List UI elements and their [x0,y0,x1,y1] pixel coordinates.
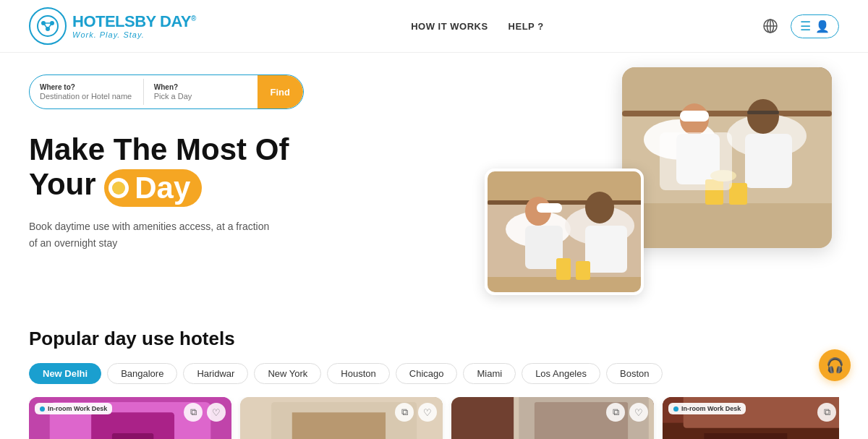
language-button[interactable] [759,14,782,38]
card-actions-1: ⧉ ♡ [184,403,226,422]
where-label: Where to? [40,83,133,91]
city-tab-houston[interactable]: Houston [327,363,389,384]
svg-rect-35 [585,226,627,273]
hotel-cards: In-room Work Desk ⧉ ♡ [29,397,839,439]
svg-rect-32 [537,203,562,213]
sun-icon [109,178,129,198]
svg-rect-20 [747,111,779,114]
city-tab-new-york[interactable]: New York [254,363,321,384]
support-button[interactable]: 🎧 [819,349,851,381]
headset-icon: 🎧 [826,357,844,374]
city-tab-bangalore[interactable]: Bangalore [107,363,177,384]
day-text: Day [135,171,190,205]
card-actions-2: ⧉ ♡ [395,403,437,422]
card-share-btn-3[interactable]: ⧉ [606,403,625,422]
card-heart-btn-3[interactable]: ♡ [629,403,648,422]
city-tab-chicago[interactable]: Chicago [396,363,458,384]
hero-left: Where to? When? Find Make The Most Of Yo… [29,67,420,251]
svg-rect-45 [292,412,386,439]
logo-hotels: HOTELS [72,12,135,30]
card-actions-4: ⧉ ♡ [817,403,839,422]
card-heart-btn-1[interactable]: ♡ [207,403,226,422]
svg-rect-27 [488,200,644,205]
nav-links: HOW IT WORKS HELP ? [411,21,543,32]
svg-line-5 [43,23,48,29]
when-label: When? [154,83,247,91]
svg-point-19 [747,99,779,134]
card-actions-3: ⧉ ♡ [606,403,648,422]
hero-section: Where to? When? Find Make The Most Of Yo… [0,53,868,320]
logo-text: HOTELSBY DAY® Work. Play. Stay. [72,13,196,39]
menu-user-button[interactable]: ☰ 👤 [791,14,839,38]
hero-image-secondary [485,169,644,295]
svg-rect-21 [745,134,792,188]
hero-title-line2: Your Day [29,167,420,207]
hero-subtitle: Book daytime use with amenities access, … [29,218,275,251]
card-share-btn-2[interactable]: ⧉ [395,403,414,422]
city-tab-new-delhi[interactable]: New Delhi [29,363,101,384]
logo-icon [29,7,67,45]
hotel-card-1: In-room Work Desk ⧉ ♡ [29,397,231,439]
svg-rect-12 [622,111,832,116]
hotel-card-img-2: ⧉ ♡ [240,397,443,439]
svg-rect-53 [704,433,787,439]
user-icon: 👤 [815,20,830,33]
hotel-card-2: ⧉ ♡ [240,397,443,439]
where-input[interactable] [40,92,133,101]
nav-help[interactable]: HELP ? [509,21,544,32]
svg-line-6 [48,23,52,29]
city-tab-miami[interactable]: Miami [463,363,516,384]
svg-point-0 [38,16,58,36]
card-share-btn-1[interactable]: ⧉ [184,403,203,422]
card-share-btn-4[interactable]: ⧉ [817,403,836,422]
find-button[interactable]: Find [258,75,303,108]
hotel-card-img-1: In-room Work Desk ⧉ ♡ [29,397,231,439]
logo[interactable]: HOTELSBY DAY® Work. Play. Stay. [29,7,196,45]
svg-rect-23 [729,183,747,205]
city-tab-los-angeles[interactable]: Los Angeles [522,363,600,384]
popular-title: Popular day use hotels [29,328,839,350]
city-tabs: New Delhi Bangalore Haridwar New York Ho… [29,363,839,384]
nav-how-it-works[interactable]: HOW IT WORKS [411,21,488,32]
card-badge-4: In-room Work Desk [668,403,746,414]
svg-rect-17 [680,111,709,122]
navbar: HOTELSBY DAY® Work. Play. Stay. HOW IT W… [0,0,868,53]
svg-rect-37 [576,261,590,280]
day-pill: Day [104,169,202,207]
white-overlay [660,132,732,190]
when-input-wrap: When? [144,79,258,105]
hero-images [448,67,839,299]
card-heart-btn-2[interactable]: ♡ [418,403,437,422]
hero-title: Make The Most Of Your Day [29,132,420,207]
when-input[interactable] [154,92,247,101]
logo-registered: ® [191,14,196,22]
svg-point-34 [585,192,614,223]
city-tab-boston[interactable]: Boston [606,363,663,384]
hotel-card-3: ⧉ ♡ [451,397,654,439]
where-input-wrap: Where to? [30,79,144,105]
svg-rect-36 [556,258,571,280]
hotel-card-img-4: In-room Work Desk ⧉ ♡ [663,397,839,439]
hamburger-icon: ☰ [800,19,811,34]
hotel-card-img-3: ⧉ ♡ [451,397,654,439]
nav-icons: ☰ 👤 [759,14,839,38]
popular-section: Popular day use hotels New Delhi Bangalo… [0,320,868,439]
search-bar: Where to? When? Find [29,74,304,109]
logo-byday: BY DAY [135,12,191,30]
svg-rect-41 [112,433,153,439]
city-tab-haridwar[interactable]: Haridwar [183,363,248,384]
svg-rect-47 [451,397,514,439]
hero-title-line1: Make The Most Of [29,132,420,167]
hotel-card-4: In-room Work Desk ⧉ ♡ [663,397,839,439]
card-badge-1: In-room Work Desk [35,403,112,414]
logo-tagline: Work. Play. Stay. [72,30,196,39]
